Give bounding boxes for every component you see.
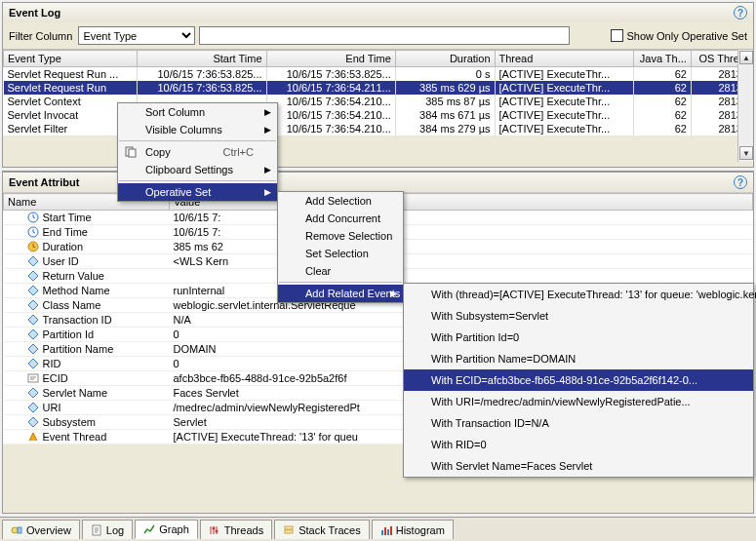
- clock-icon: [27, 212, 39, 223]
- tab-graph[interactable]: Graph: [135, 520, 198, 539]
- help-icon[interactable]: ?: [734, 6, 747, 19]
- attr-name-text: ECID: [43, 372, 68, 384]
- svg-rect-9: [285, 526, 293, 529]
- duration-icon: [27, 241, 39, 252]
- attr-name-text: Partition Id: [43, 328, 95, 340]
- diamond-icon: [27, 255, 39, 267]
- column-header[interactable]: Java Th...: [633, 51, 691, 67]
- tab-icon: [143, 523, 155, 535]
- menu-add-related-events[interactable]: Add Related Events▶: [278, 285, 403, 302]
- attr-value-text: [170, 269, 753, 284]
- column-header[interactable]: Event Type: [4, 51, 138, 67]
- scroll-down-icon[interactable]: ▼: [739, 146, 753, 160]
- tab-icon: [91, 524, 102, 536]
- attr-name-text: User ID: [43, 255, 79, 267]
- thread-icon: [27, 431, 39, 443]
- column-header[interactable]: End Time: [266, 51, 395, 67]
- menu-sort-column[interactable]: Sort Column▶: [118, 103, 277, 121]
- help-icon[interactable]: ?: [734, 175, 747, 189]
- tab-label: Log: [106, 524, 124, 536]
- context-menu-main: Sort Column▶ Visible Columns▶ CopyCtrl+C…: [117, 102, 278, 202]
- menu-sep: [279, 282, 402, 283]
- svg-rect-16: [129, 149, 136, 157]
- menu-related-item[interactable]: With Partition Name=DOMAIN: [404, 348, 753, 369]
- menu-related-item[interactable]: With (thread)=[ACTIVE] ExecuteThread: '1…: [404, 284, 753, 305]
- svg-rect-12: [384, 527, 386, 535]
- scroll-up-icon[interactable]: ▲: [739, 51, 753, 64]
- eventlog-title-bar: Event Log ?: [3, 3, 753, 22]
- table-row[interactable]: Servlet Request Run ...10/6/15 7:36:53.8…: [4, 67, 753, 82]
- tab-threads[interactable]: Threads: [200, 520, 272, 539]
- menu-add-concurrent[interactable]: Add Concurrent: [278, 210, 403, 227]
- svg-rect-3: [28, 374, 38, 382]
- column-header[interactable]: Start Time: [138, 51, 266, 67]
- svg-point-7: [212, 526, 215, 529]
- menu-set-selection[interactable]: Set Selection: [278, 245, 403, 262]
- tab-icon: [11, 524, 22, 536]
- menu-visible-columns[interactable]: Visible Columns▶: [118, 121, 277, 138]
- menu-related-item[interactable]: With RID=0: [404, 434, 753, 455]
- attr-value-text: <WLS Kern: [170, 254, 753, 269]
- tab-log[interactable]: Log: [82, 520, 133, 539]
- tab-label: Graph: [159, 523, 189, 535]
- attr-name-text: Method Name: [43, 285, 110, 296]
- svg-rect-14: [390, 526, 392, 535]
- menu-related-item[interactable]: With ECID=afcb3bce-fb65-488d-91ce-92b5a2…: [404, 369, 753, 391]
- tab-overview[interactable]: Overview: [2, 520, 80, 539]
- context-menu-opset: Add Selection Add Concurrent Remove Sele…: [277, 191, 404, 303]
- menu-related-item[interactable]: With Partition Id=0: [404, 327, 753, 348]
- attr-name-text: Servlet Name: [43, 387, 108, 399]
- tab-histogram[interactable]: Histogram: [372, 520, 454, 539]
- menu-clipboard-settings[interactable]: Clipboard Settings▶: [118, 161, 277, 178]
- svg-rect-13: [387, 529, 389, 535]
- table-row[interactable]: Servlet Invocat10/6/15 7:36:54.210...384…: [4, 108, 753, 122]
- attr-name-text: Transaction ID: [43, 314, 112, 326]
- table-row[interactable]: Servlet Context10/6/15 7:36:54.210...385…: [4, 95, 753, 108]
- column-header[interactable]: Duration: [395, 51, 495, 67]
- menu-related-item[interactable]: With Subsystem=Servlet: [404, 305, 753, 327]
- svg-point-8: [215, 529, 218, 532]
- menu-related-item[interactable]: With URI=/medrec/admin/viewNewlyRegister…: [404, 391, 753, 412]
- menu-operative-set[interactable]: Operative Set▶: [118, 183, 277, 201]
- attr-name-text: Class Name: [43, 299, 101, 311]
- filter-row: Filter Column Event Type Show Only Opera…: [3, 22, 753, 49]
- tab-stack-traces[interactable]: Stack Traces: [274, 520, 370, 539]
- attr-name-text: End Time: [43, 226, 88, 238]
- show-only-checkbox[interactable]: [611, 29, 623, 42]
- attrs-title-bar: Event Attribut ?: [3, 172, 753, 193]
- diamond-icon: [27, 270, 39, 282]
- menu-add-selection[interactable]: Add Selection: [278, 192, 403, 210]
- attr-name-text: Start Time: [43, 212, 92, 223]
- attr-value-text: 10/6/15 7:: [170, 225, 753, 240]
- filter-column-select[interactable]: Event Type: [78, 26, 195, 45]
- bottom-tabs: OverviewLogGraphThreadsStack TracesHisto…: [0, 517, 756, 541]
- menu-clear[interactable]: Clear: [278, 262, 403, 280]
- menu-related-item[interactable]: With Transaction ID=N/A: [404, 412, 753, 434]
- svg-point-4: [12, 527, 18, 533]
- diamond-icon: [27, 387, 39, 399]
- show-only-label: Show Only Operative Set: [626, 30, 747, 42]
- text-icon: [27, 372, 39, 384]
- attr-value-text: 10/6/15 7:: [170, 211, 753, 225]
- diamond-icon: [27, 358, 39, 369]
- attr-name-text: Subsystem: [43, 416, 96, 428]
- diamond-icon: [27, 314, 39, 326]
- tab-label: Threads: [224, 524, 263, 536]
- attr-name-text: Partition Name: [43, 343, 114, 355]
- menu-sep: [119, 140, 276, 141]
- table-row[interactable]: Servlet Request Run10/6/15 7:36:53.825..…: [4, 81, 753, 95]
- filter-text-input[interactable]: [199, 26, 570, 45]
- tab-icon: [209, 524, 220, 536]
- menu-copy[interactable]: CopyCtrl+C: [118, 143, 277, 161]
- attr-name-text: Event Thread: [43, 431, 107, 443]
- table-row[interactable]: Servlet Filter10/6/15 7:36:54.210...384 …: [4, 122, 753, 135]
- tab-icon: [380, 524, 392, 536]
- event-table[interactable]: Event TypeStart TimeEnd TimeDurationThre…: [3, 50, 753, 135]
- menu-remove-selection[interactable]: Remove Selection: [278, 227, 403, 245]
- column-header[interactable]: Thread: [495, 51, 633, 67]
- svg-rect-5: [18, 527, 21, 533]
- tab-label: Stack Traces: [298, 524, 361, 536]
- diamond-icon: [27, 402, 39, 413]
- table-scrollbar[interactable]: ▲ ▼: [737, 50, 753, 162]
- menu-related-item[interactable]: With Servlet Name=Faces Servlet: [404, 455, 753, 477]
